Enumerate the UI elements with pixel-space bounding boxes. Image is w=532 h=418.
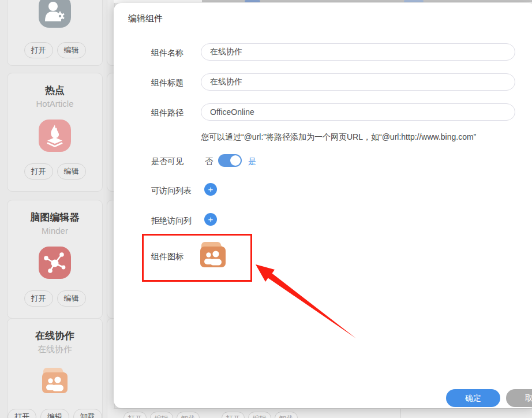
- open-button[interactable]: 打开: [24, 163, 53, 180]
- user-settings-icon: [39, 0, 71, 28]
- toggle-knob: [230, 155, 241, 166]
- component-title-label: 组件标题: [151, 78, 183, 88]
- component-title-input[interactable]: [201, 73, 515, 91]
- card-subtitle: 在线协作: [8, 344, 102, 355]
- add-allow-user-button[interactable]: +: [204, 183, 217, 196]
- cancel-button[interactable]: 取消: [506, 389, 532, 407]
- path-url-hint: 您可以通过“@url:”将路径添加为一个网页URL，如“@url:http://…: [201, 132, 476, 143]
- dialog-title: 编辑组件: [128, 13, 163, 24]
- background-edit-button: 编辑: [150, 412, 173, 418]
- card-subtitle: Minder: [8, 226, 102, 236]
- background-blue-element: [404, 0, 424, 2]
- hot-article-icon: [39, 120, 71, 152]
- background-open-button: 打开: [123, 412, 147, 418]
- component-name-input[interactable]: [201, 43, 515, 61]
- visibility-on-label: 是: [248, 156, 256, 167]
- component-card-hotarticle: 热点 HotArticle 打开 编辑: [7, 73, 103, 192]
- background-open-button: 打开: [222, 412, 245, 418]
- background-uninstall-button: 卸载: [177, 412, 200, 418]
- add-deny-user-button[interactable]: +: [204, 213, 217, 226]
- component-icon-label: 组件图标: [151, 252, 183, 262]
- background-uninstall-button: 卸载: [275, 412, 298, 418]
- component-card-officeonline: 在线协作 在线协作 打开 编辑 卸载: [7, 318, 103, 418]
- background-edit-button: 编辑: [248, 412, 271, 418]
- open-button[interactable]: 打开: [24, 42, 53, 58]
- component-path-label: 组件路径: [151, 108, 183, 118]
- background-bottom-strip: 打开 编辑 卸载 打开 编辑 卸载: [114, 408, 532, 418]
- component-card-minder: 脑图编辑器 Minder 打开 编辑: [7, 200, 103, 319]
- component-path-input[interactable]: [201, 103, 515, 121]
- edit-button[interactable]: 编辑: [57, 290, 86, 307]
- card-title: 在线协作: [8, 329, 102, 342]
- open-button[interactable]: 打开: [24, 290, 53, 307]
- background-blue-element: [245, 0, 260, 2]
- uninstall-button[interactable]: 卸载: [73, 409, 102, 418]
- office-online-folder-icon[interactable]: [197, 239, 229, 271]
- card-subtitle: HotArticle: [8, 99, 102, 109]
- edit-button[interactable]: 编辑: [40, 409, 69, 418]
- visibility-off-label: 否: [205, 156, 213, 167]
- deny-list-label: 拒绝访问列: [151, 216, 192, 226]
- card-title: 脑图编辑器: [8, 211, 102, 224]
- office-online-folder-icon: [39, 365, 71, 397]
- component-name-label: 组件名称: [151, 48, 183, 58]
- component-card-partial: 打开 编辑: [7, 0, 103, 66]
- edit-component-dialog: 编辑组件 组件名称 组件标题 组件路径 您可以通过“@url:”将路径添加为一个…: [114, 3, 532, 408]
- edit-button[interactable]: 编辑: [57, 163, 86, 180]
- visibility-label: 是否可见: [151, 156, 183, 167]
- allow-list-label: 可访问列表: [151, 186, 192, 196]
- background-card-divider: [400, 409, 401, 418]
- edit-button[interactable]: 编辑: [57, 42, 86, 58]
- open-button[interactable]: 打开: [8, 409, 36, 418]
- visibility-toggle[interactable]: [218, 154, 242, 167]
- confirm-button[interactable]: 确定: [446, 389, 500, 407]
- minder-icon: [39, 247, 71, 279]
- card-title: 热点: [8, 84, 102, 97]
